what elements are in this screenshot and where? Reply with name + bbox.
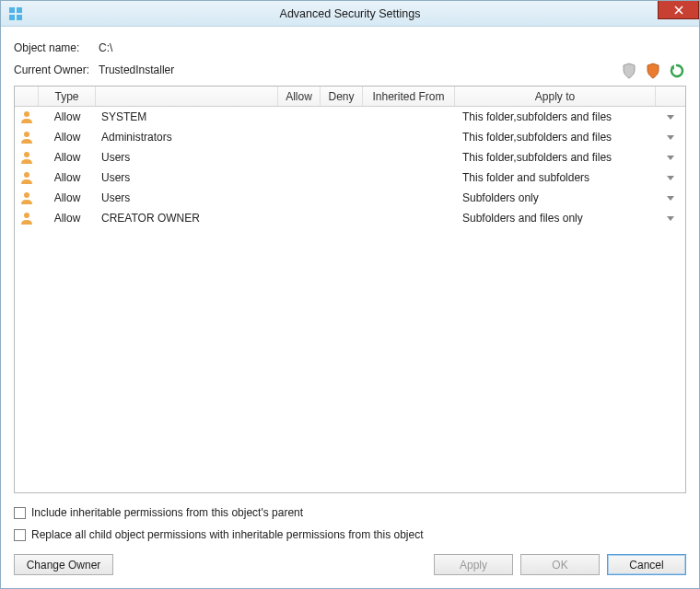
window-title: Advanced Security Settings [1,7,699,20]
chevron-down-icon[interactable] [656,153,685,162]
user-icon [15,110,39,124]
column-deny[interactable]: Deny [321,87,363,106]
close-button[interactable] [658,1,699,19]
cell-principal: Users [96,171,278,184]
apply-button[interactable]: Apply [434,554,513,575]
object-name-value: C:\ [99,41,112,54]
cell-type: Allow [39,151,96,164]
user-icon [15,150,39,165]
current-owner-value: TrustedInstaller [99,64,174,76]
button-label: Change Owner [27,559,101,572]
cell-principal: Administrators [96,131,278,144]
options-area: Include inheritable permissions from thi… [14,506,686,541]
table-row[interactable]: Allow Administrators This folder,subfold… [15,127,685,147]
shield-gray-icon[interactable] [620,62,638,80]
svg-point-7 [24,111,29,117]
table-row[interactable]: Allow CREATOR OWNER Subfolders and files… [15,208,685,228]
svg-point-11 [24,152,29,157]
cell-apply: This folder,subfolders and files [455,151,656,164]
cancel-button[interactable]: Cancel [607,554,686,575]
cell-apply: This folder,subfolders and files [455,131,656,144]
svg-point-13 [24,172,29,178]
button-row: Change Owner Apply OK Cancel [14,554,686,575]
cell-type: Allow [39,171,96,184]
svg-marker-14 [667,176,674,180]
object-name-row: Object name: C:\ [14,41,686,54]
cell-apply: This folder,subfolders and files [455,110,656,123]
svg-rect-1 [17,7,22,13]
change-owner-button[interactable]: Change Owner [14,554,113,575]
ok-button[interactable]: OK [520,554,600,575]
table-row[interactable]: Allow Users This folder and subfolders [15,167,685,188]
cell-principal: CREATOR OWNER [96,212,278,225]
cell-principal: SYSTEM [96,110,278,123]
column-expand[interactable] [656,87,685,106]
chevron-down-icon[interactable] [656,193,685,202]
table-row[interactable]: Allow SYSTEM This folder,subfolders and … [15,107,685,127]
user-icon [15,130,39,144]
svg-rect-0 [9,7,15,13]
checkbox-replace-children[interactable]: Replace all child object permissions wit… [14,528,686,541]
svg-marker-12 [667,156,674,160]
current-owner-row: Current Owner: TrustedInstaller [14,64,686,76]
table-row[interactable]: Allow Users This folder,subfolders and f… [15,147,685,167]
checkbox-box[interactable] [14,507,26,519]
cell-apply: Subfolders only [455,191,656,204]
chevron-down-icon[interactable] [656,173,685,182]
svg-point-15 [24,192,29,198]
svg-rect-3 [17,15,22,20]
cell-apply: Subfolders and files only [455,212,656,225]
button-label: Apply [460,559,487,572]
checkbox-label: Include inheritable permissions from thi… [31,506,303,519]
column-apply[interactable]: Apply to [455,87,656,106]
checkbox-label: Replace all child object permissions wit… [31,528,424,541]
shield-orange-icon[interactable] [644,62,662,80]
chevron-down-icon[interactable] [656,133,685,142]
column-icon[interactable] [15,87,39,106]
svg-marker-16 [667,196,674,201]
svg-point-17 [24,213,29,218]
user-icon [15,191,39,205]
svg-rect-2 [9,15,15,20]
cell-apply: This folder and subfolders [455,171,656,184]
table-header: Type Allow Deny Inherited From Apply to [15,87,685,107]
app-icon [8,6,23,21]
table-body: Allow SYSTEM This folder,subfolders and … [15,107,685,492]
chevron-down-icon[interactable] [656,112,685,121]
object-name-label: Object name: [14,41,99,54]
table-row[interactable]: Allow Users Subfolders only [15,188,685,208]
user-icon [15,170,39,185]
cell-type: Allow [39,131,96,144]
column-principal[interactable] [96,87,278,106]
chevron-down-icon[interactable] [656,214,685,223]
checkbox-box[interactable] [14,529,26,541]
cell-principal: Users [96,191,278,204]
checkbox-include-inheritable[interactable]: Include inheritable permissions from thi… [14,506,686,519]
permissions-table: Type Allow Deny Inherited From Apply to … [14,86,686,493]
user-icon [15,211,39,225]
refresh-icon[interactable] [668,62,686,80]
current-owner-label: Current Owner: [14,64,99,76]
svg-marker-10 [667,135,674,140]
toolbar-icons [620,62,686,80]
svg-marker-18 [667,216,674,221]
cell-type: Allow [39,191,96,204]
svg-point-9 [24,132,29,137]
cell-type: Allow [39,110,96,123]
dialog-window: Advanced Security Settings Object name: … [0,0,700,589]
cell-type: Allow [39,212,96,225]
button-label: OK [552,559,567,572]
button-label: Cancel [629,559,663,572]
titlebar: Advanced Security Settings [1,1,699,27]
svg-marker-8 [667,115,674,120]
column-allow[interactable]: Allow [278,87,321,106]
cell-principal: Users [96,151,278,164]
content-area: Object name: C:\ Current Owner: TrustedI… [1,27,699,588]
column-inherited[interactable]: Inherited From [363,87,455,106]
column-type[interactable]: Type [39,87,96,106]
